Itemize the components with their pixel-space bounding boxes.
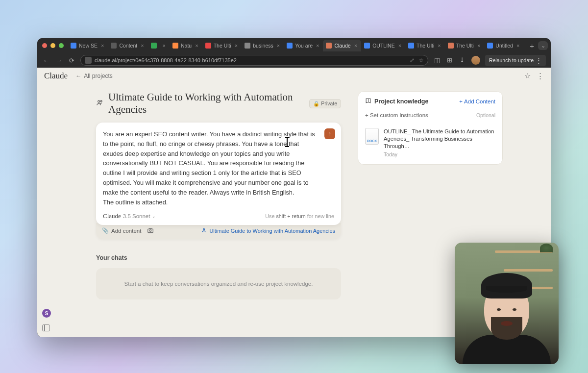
forward-button[interactable]: → xyxy=(55,57,63,64)
bookmark-icon[interactable]: ☆ xyxy=(418,57,424,64)
prompt-input[interactable]: You are an expert SEO content writer. Yo… xyxy=(103,129,334,207)
tab-favicon xyxy=(364,43,370,49)
chats-empty-state: Start a chat to keep conversations organ… xyxy=(96,268,341,299)
left-column: Ultimate Guide to Working with Automatio… xyxy=(96,91,341,299)
tab-bar: New SE×Content× ×Natu×The Ulti×business×… xyxy=(37,38,551,53)
window-maximize-icon[interactable] xyxy=(59,43,64,48)
tab-title: Natu xyxy=(181,43,192,49)
tab-close-icon[interactable]: × xyxy=(437,43,441,49)
model-name: Claude xyxy=(103,212,121,220)
tab-overflow-button[interactable]: ⌄ xyxy=(538,41,548,50)
tab-close-icon[interactable]: × xyxy=(234,43,239,49)
tab-favicon xyxy=(151,43,157,49)
app-header: Claude ← All projects ☆ ⋮ xyxy=(37,68,551,84)
plus-icon: + xyxy=(459,99,463,104)
camera-icon[interactable] xyxy=(147,227,154,235)
tab-title: OUTLINE xyxy=(372,43,395,49)
privacy-badge[interactable]: 🔒 Private xyxy=(309,99,341,108)
webcam-overlay xyxy=(455,243,559,364)
browser-tab[interactable]: You are× xyxy=(284,40,323,51)
model-selector[interactable]: Claude 3.5 Sonnet ⌄ xyxy=(103,212,156,220)
tab-close-icon[interactable]: × xyxy=(162,43,167,49)
favorite-star-icon[interactable]: ☆ xyxy=(524,72,531,80)
relaunch-button[interactable]: Relaunch to update ⋮ xyxy=(485,55,546,66)
browser-tab[interactable]: The Ulti× xyxy=(445,40,485,51)
knowledge-card: Project knowledge + Add Content + Set cu… xyxy=(358,91,503,165)
prompt-card: You are an expert SEO content writer. Yo… xyxy=(96,123,341,225)
tab-close-icon[interactable]: × xyxy=(476,43,481,49)
user-badge[interactable]: S xyxy=(42,309,51,318)
keyboard-hint: Use shift + return for new line xyxy=(265,213,334,219)
url-bar[interactable]: claude.ai/project/0e64c370-8808-4a22-834… xyxy=(80,55,428,66)
doc-title: OUTLINE_ The Ultimate Guide to Automatio… xyxy=(384,128,495,150)
tabs-container: New SE×Content× ×Natu×The Ulti×business×… xyxy=(68,40,526,51)
tab-close-icon[interactable]: × xyxy=(315,43,320,49)
extensions-puzzle-icon[interactable]: ⊞ xyxy=(446,56,454,64)
chevron-down-icon: ⌄ xyxy=(152,214,156,219)
browser-tab[interactable]: Content× xyxy=(108,40,147,51)
send-button[interactable]: ↑ xyxy=(324,128,335,139)
attach-bar: 📎 Add content Ultimate Guide to Working … xyxy=(96,223,341,239)
add-content-link-label: Add Content xyxy=(464,99,495,104)
optional-label: Optional xyxy=(476,112,495,118)
lock-icon: 🔒 xyxy=(313,100,319,107)
tab-title: Content xyxy=(119,43,137,49)
tab-favicon xyxy=(172,43,178,49)
add-content-label: Add content xyxy=(111,228,141,234)
project-title-row: Ultimate Guide to Working with Automatio… xyxy=(96,91,341,116)
prompt-footer: Claude 3.5 Sonnet ⌄ Use shift + return f… xyxy=(103,212,334,220)
tab-title: The Ulti xyxy=(416,43,434,49)
browser-tab[interactable]: Claude× xyxy=(323,40,361,51)
back-button[interactable]: ← xyxy=(42,57,50,64)
browser-tab[interactable]: OUTLINE× xyxy=(361,40,405,51)
custom-instructions-button[interactable]: + Set custom instructions Optional xyxy=(365,109,495,123)
tab-close-icon[interactable]: × xyxy=(353,43,358,49)
browser-tab[interactable]: New SE× xyxy=(68,40,108,51)
tab-title: Claude xyxy=(334,43,350,49)
svg-point-0 xyxy=(98,100,100,102)
arrow-left-icon: ← xyxy=(75,73,81,79)
site-info-icon[interactable] xyxy=(85,57,92,64)
project-chip[interactable]: Ultimate Guide to Working with Automatio… xyxy=(202,227,335,234)
reload-button[interactable]: ⟳ xyxy=(68,57,75,64)
project-menu-icon[interactable]: ⋮ xyxy=(537,72,544,80)
knowledge-title-label: Project knowledge xyxy=(374,98,428,105)
tab-close-icon[interactable]: × xyxy=(140,43,145,49)
all-projects-link[interactable]: ← All projects xyxy=(75,73,113,79)
extension-icon[interactable]: ◫ xyxy=(433,56,441,64)
downloads-icon[interactable]: ⭳ xyxy=(459,56,466,64)
tab-title: business xyxy=(253,43,273,49)
book-icon xyxy=(365,98,371,105)
tab-close-icon[interactable]: × xyxy=(276,43,281,49)
install-app-icon[interactable]: ⤢ xyxy=(410,57,415,64)
tab-close-icon[interactable]: × xyxy=(397,43,402,49)
tab-title: Untitled xyxy=(495,43,513,49)
browser-tab[interactable]: Natu× xyxy=(170,40,202,51)
your-chats-heading: Your chats xyxy=(96,254,341,261)
nav-bar: ← → ⟳ claude.ai/project/0e64c370-8808-4a… xyxy=(37,53,551,68)
relaunch-label: Relaunch to update xyxy=(489,57,534,63)
tab-favicon xyxy=(205,43,211,49)
browser-menu-icon[interactable]: ⋮ xyxy=(536,57,542,64)
new-tab-button[interactable]: + xyxy=(526,42,538,50)
claude-logo[interactable]: Claude xyxy=(44,71,68,81)
window-close-icon[interactable] xyxy=(42,43,47,48)
docx-file-icon: DOCX xyxy=(365,128,379,145)
profile-avatar[interactable] xyxy=(471,56,480,65)
tab-close-icon[interactable]: × xyxy=(515,43,520,49)
window-minimize-icon[interactable] xyxy=(50,43,55,48)
traffic-lights xyxy=(40,43,68,48)
add-content-button[interactable]: 📎 Add content xyxy=(102,227,141,234)
tab-close-icon[interactable]: × xyxy=(100,43,105,49)
tab-favicon xyxy=(111,43,117,49)
browser-tab[interactable]: The Ulti× xyxy=(202,40,242,51)
add-content-link[interactable]: + Add Content xyxy=(459,99,495,104)
sidebar-toggle-icon[interactable] xyxy=(42,324,50,331)
browser-tab[interactable]: business× xyxy=(242,40,284,51)
project-title: Ultimate Guide to Working with Automatio… xyxy=(108,91,304,116)
browser-tab[interactable]: The Ulti× xyxy=(405,40,445,51)
browser-tab[interactable]: × xyxy=(148,40,170,51)
tab-close-icon[interactable]: × xyxy=(194,43,199,49)
knowledge-doc-item[interactable]: DOCX OUTLINE_ The Ultimate Guide to Auto… xyxy=(365,123,495,158)
browser-tab[interactable]: Untitled× xyxy=(484,40,523,51)
